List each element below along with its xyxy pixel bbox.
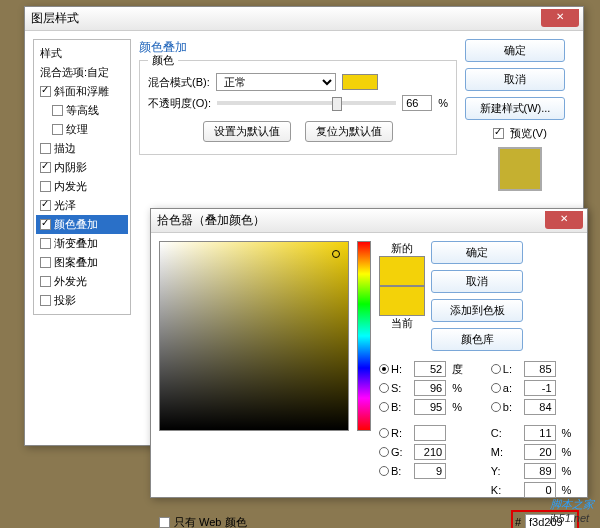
web-only-checkbox[interactable] bbox=[159, 517, 170, 528]
style-checkbox[interactable] bbox=[40, 295, 51, 306]
style-checkbox[interactable] bbox=[40, 181, 51, 192]
style-label: 渐变叠加 bbox=[54, 236, 98, 251]
current-color-box[interactable] bbox=[379, 286, 425, 316]
style-label: 投影 bbox=[54, 293, 76, 308]
mode-radio[interactable] bbox=[379, 364, 389, 374]
style-item[interactable]: 描边 bbox=[36, 139, 128, 158]
close-icon[interactable]: ✕ bbox=[545, 211, 583, 229]
style-item[interactable]: 外发光 bbox=[36, 272, 128, 291]
overlay-color-swatch[interactable] bbox=[342, 74, 378, 90]
opacity-label: 不透明度(O): bbox=[148, 96, 211, 111]
mode-radio[interactable] bbox=[379, 383, 389, 393]
color-library-button[interactable]: 颜色库 bbox=[431, 328, 523, 351]
val-input[interactable] bbox=[414, 463, 446, 479]
color-group: 颜色 混合模式(B): 正常 不透明度(O): % 设置为默认值 复位为默认值 bbox=[139, 60, 457, 155]
val-input[interactable] bbox=[414, 425, 446, 441]
style-checkbox[interactable] bbox=[52, 105, 63, 116]
mode-radio[interactable] bbox=[379, 402, 389, 412]
style-item[interactable]: 光泽 bbox=[36, 196, 128, 215]
style-checkbox[interactable] bbox=[40, 200, 51, 211]
val-input[interactable] bbox=[414, 444, 446, 460]
style-label: 等高线 bbox=[66, 103, 99, 118]
mode-radio[interactable] bbox=[491, 364, 501, 374]
val-input[interactable] bbox=[524, 482, 556, 498]
style-item[interactable]: 渐变叠加 bbox=[36, 234, 128, 253]
mode-radio[interactable] bbox=[379, 428, 389, 438]
style-checkbox[interactable] bbox=[52, 124, 63, 135]
val-input[interactable] bbox=[524, 444, 556, 460]
web-only-label: 只有 Web 颜色 bbox=[174, 515, 247, 529]
style-label: 纹理 bbox=[66, 122, 88, 137]
watermark: 脚本之家 jb51.net bbox=[550, 497, 594, 524]
opacity-slider[interactable] bbox=[217, 101, 396, 105]
val-input[interactable] bbox=[414, 399, 446, 415]
hue-slider[interactable] bbox=[357, 241, 371, 431]
val-input[interactable] bbox=[414, 361, 446, 377]
new-style-button[interactable]: 新建样式(W)... bbox=[465, 97, 565, 120]
close-icon[interactable]: ✕ bbox=[541, 9, 579, 27]
mode-radio[interactable] bbox=[491, 383, 501, 393]
style-label: 图案叠加 bbox=[54, 255, 98, 270]
style-checkbox[interactable] bbox=[40, 257, 51, 268]
styles-header[interactable]: 样式 bbox=[36, 44, 128, 63]
blend-options-item[interactable]: 混合选项:自定 bbox=[36, 63, 128, 82]
style-list: 样式 混合选项:自定 斜面和浮雕等高线纹理描边内阴影内发光光泽颜色叠加渐变叠加图… bbox=[33, 39, 131, 315]
style-label: 内阴影 bbox=[54, 160, 87, 175]
ok-button[interactable]: 确定 bbox=[465, 39, 565, 62]
hex-prefix: # bbox=[515, 516, 521, 528]
preview-label: 预览(V) bbox=[510, 126, 547, 141]
add-swatch-button[interactable]: 添加到色板 bbox=[431, 299, 523, 322]
style-item[interactable]: 等高线 bbox=[36, 101, 128, 120]
style-item[interactable]: 内发光 bbox=[36, 177, 128, 196]
group-legend: 颜色 bbox=[148, 53, 178, 68]
style-label: 光泽 bbox=[54, 198, 76, 213]
val-input[interactable] bbox=[524, 463, 556, 479]
mode-radio[interactable] bbox=[379, 466, 389, 476]
style-label: 描边 bbox=[54, 141, 76, 156]
blend-mode-select[interactable]: 正常 bbox=[216, 73, 336, 91]
picker-ok-button[interactable]: 确定 bbox=[431, 241, 523, 264]
style-checkbox[interactable] bbox=[40, 219, 51, 230]
percent-label: % bbox=[438, 97, 448, 109]
panel-title: 颜色叠加 bbox=[139, 39, 457, 56]
current-label: 当前 bbox=[391, 316, 413, 331]
make-default-button[interactable]: 设置为默认值 bbox=[203, 121, 291, 142]
color-field[interactable] bbox=[159, 241, 349, 431]
style-checkbox[interactable] bbox=[40, 143, 51, 154]
style-item[interactable]: 纹理 bbox=[36, 120, 128, 139]
style-item[interactable]: 斜面和浮雕 bbox=[36, 82, 128, 101]
style-label: 内发光 bbox=[54, 179, 87, 194]
val-input[interactable] bbox=[524, 399, 556, 415]
val-input[interactable] bbox=[414, 380, 446, 396]
preview-checkbox[interactable] bbox=[493, 128, 504, 139]
picker-title: 拾色器（叠加颜色） bbox=[157, 212, 265, 229]
picker-cancel-button[interactable]: 取消 bbox=[431, 270, 523, 293]
style-item[interactable]: 颜色叠加 bbox=[36, 215, 128, 234]
mode-radio[interactable] bbox=[491, 402, 501, 412]
layer-style-title: 图层样式 bbox=[31, 10, 79, 27]
picker-ring-icon bbox=[332, 250, 340, 258]
style-label: 外发光 bbox=[54, 274, 87, 289]
style-checkbox[interactable] bbox=[40, 86, 51, 97]
new-color-box[interactable] bbox=[379, 256, 425, 286]
style-item[interactable]: 内阴影 bbox=[36, 158, 128, 177]
preview-thumb bbox=[498, 147, 542, 191]
val-input[interactable] bbox=[524, 425, 556, 441]
style-item[interactable]: 投影 bbox=[36, 291, 128, 310]
style-item[interactable]: 图案叠加 bbox=[36, 253, 128, 272]
style-checkbox[interactable] bbox=[40, 238, 51, 249]
style-checkbox[interactable] bbox=[40, 276, 51, 287]
val-input[interactable] bbox=[524, 361, 556, 377]
style-label: 颜色叠加 bbox=[54, 217, 98, 232]
new-label: 新的 bbox=[391, 241, 413, 256]
cancel-button[interactable]: 取消 bbox=[465, 68, 565, 91]
reset-default-button[interactable]: 复位为默认值 bbox=[305, 121, 393, 142]
opacity-input[interactable] bbox=[402, 95, 432, 111]
mode-radio[interactable] bbox=[379, 447, 389, 457]
style-label: 斜面和浮雕 bbox=[54, 84, 109, 99]
style-checkbox[interactable] bbox=[40, 162, 51, 173]
blend-mode-label: 混合模式(B): bbox=[148, 75, 210, 90]
val-input[interactable] bbox=[524, 380, 556, 396]
